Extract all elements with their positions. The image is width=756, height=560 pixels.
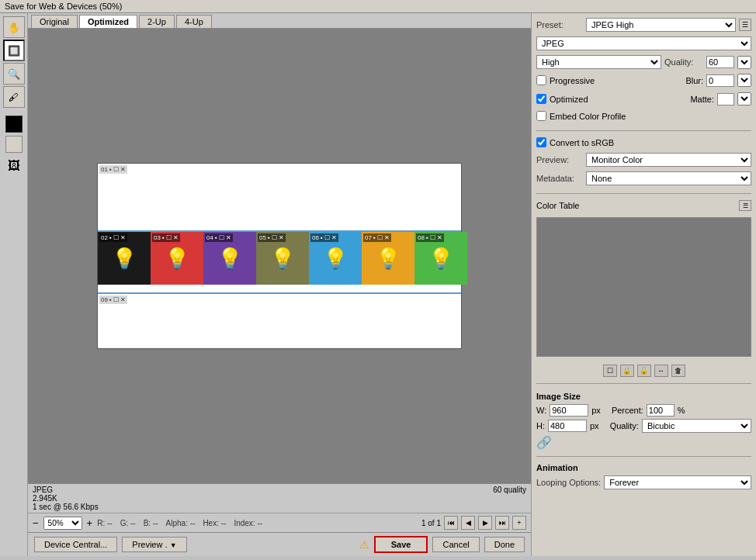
title-text: Save for Web & Devices (50%) [5, 2, 122, 11]
save-button[interactable]: Save [374, 536, 428, 553]
toggle-slices[interactable]: 🖼 [8, 159, 20, 173]
width-input[interactable] [550, 404, 588, 417]
bottom-cell-label: 09 ▪ ☐ ✕ [99, 296, 127, 304]
status-bar: JPEG 2.945K 1 sec @ 56.6 Kbps 60 quality [28, 483, 531, 513]
tab-original[interactable]: Original [31, 15, 78, 28]
preset-select[interactable]: JPEG High JPEG Low JPEG Medium [586, 18, 736, 32]
w-unit: px [591, 406, 601, 415]
ct-btn-3[interactable]: 🔓 [637, 365, 651, 377]
convert-srgb-label: Convert to sRGB [550, 138, 614, 147]
color-table-menu-btn[interactable]: ☰ [739, 200, 751, 211]
quality-num-arrow[interactable]: ▼ [737, 56, 751, 69]
w-label: W: [536, 406, 546, 415]
preset-row: Preset: JPEG High JPEG Low JPEG Medium ☰ [536, 18, 751, 32]
preview-label: Preview: [536, 155, 583, 164]
tab-optimized[interactable]: Optimized [79, 15, 137, 28]
title-bar: Save for Web & Devices (50%) [0, 0, 756, 13]
color-table-area [536, 217, 751, 357]
looping-label: Looping Options: [536, 478, 601, 487]
tool-move[interactable]: ✋ [3, 16, 25, 38]
progressive-label: Progressive [550, 76, 595, 85]
quality-type-select[interactable]: High Medium Low Maximum [536, 55, 661, 69]
progressive-checkbox[interactable] [536, 75, 546, 85]
preview-select[interactable]: Monitor Color Legacy Macintosh Internet … [586, 153, 751, 167]
status-info: JPEG 2.945K 1 sec @ 56.6 Kbps [33, 486, 99, 511]
image-row: 02 ▪ ☐ ✕ 💡 03 ▪ ☐ ✕ 💡 04 ▪ ☐ ✕ 💡 05 ▪ ☐ … [98, 232, 467, 285]
ct-btn-4[interactable]: ↔ [654, 365, 668, 377]
looping-row: Looping Options: Forever Once Other [536, 475, 751, 489]
progressive-row: Progressive [536, 75, 595, 85]
quality-select-is[interactable]: Bicubic Bilinear Nearest Neighbor [642, 419, 751, 433]
list-item: 02 ▪ ☐ ✕ 💡 [98, 232, 151, 285]
matte-arrow[interactable]: ▼ [737, 92, 751, 105]
background-color[interactable] [5, 136, 23, 153]
ct-btn-1[interactable]: ☐ [603, 365, 617, 377]
warning-icon: ⚠ [359, 538, 369, 551]
cancel-button[interactable]: Cancel [432, 537, 479, 552]
last-page-btn[interactable]: ⏭ [495, 516, 509, 530]
looping-select[interactable]: Forever Once Other [604, 475, 751, 489]
percent-input[interactable] [647, 404, 675, 417]
quality-type-row: High Medium Low Maximum Quality: ▼ [536, 55, 751, 69]
blur-input[interactable] [706, 74, 734, 87]
list-item: 04 ▪ ☐ ✕ 💡 [203, 232, 256, 285]
prev-page-btn[interactable]: ◀ [461, 516, 475, 530]
add-page-btn[interactable]: + [512, 516, 526, 530]
embed-color-checkbox[interactable] [536, 111, 546, 121]
optimized-checkbox[interactable] [536, 94, 546, 104]
ct-btn-2[interactable]: 🔒 [620, 365, 634, 377]
animation-section: Animation Looping Options: Forever Once … [536, 463, 751, 491]
divider-2 [536, 193, 751, 194]
g-label: G: -- [120, 519, 136, 527]
tab-2up[interactable]: 2-Up [139, 15, 175, 28]
quality-label-is: Quality: [610, 421, 639, 430]
quality-num-input[interactable] [706, 56, 734, 68]
matte-swatch[interactable] [717, 93, 734, 105]
bottom-section: 09 ▪ ☐ ✕ [98, 292, 461, 348]
tool-zoom[interactable]: 🔍 [3, 63, 25, 85]
format-row: JPEG PNG-8 PNG-24 GIF [536, 36, 751, 50]
tool-select[interactable]: 🔲 [3, 40, 25, 61]
list-item: 08 ▪ ☐ ✕ 💡 [414, 232, 467, 285]
h-label: H: [536, 421, 545, 430]
plus-zoom-btn[interactable]: + [87, 517, 93, 529]
preview-button[interactable]: Preview . ▼ [122, 537, 186, 552]
device-central-button[interactable]: Device Central... [34, 537, 117, 552]
divider-1 [536, 130, 751, 131]
index-label: Index: -- [234, 519, 262, 527]
first-page-btn[interactable]: ⏮ [444, 516, 458, 530]
height-row: H: px Quality: Bicubic Bilinear Nearest … [536, 419, 751, 433]
format-select[interactable]: JPEG PNG-8 PNG-24 GIF [536, 36, 751, 50]
quality-num-label: Quality: [664, 57, 703, 67]
color-table-icons: ☐ 🔒 🔓 ↔ 🗑 [536, 365, 751, 377]
blur-arrow[interactable]: ▼ [737, 74, 751, 87]
list-item: 06 ▪ ☐ ✕ 💡 [309, 232, 362, 285]
image-size-section: Image Size W: px Percent: % H: px Qualit… [536, 392, 751, 450]
divider-4 [536, 456, 751, 457]
embed-color-label: Embed Color Profile [550, 112, 626, 121]
optimized-label: Optimized [550, 95, 588, 104]
link-dimensions-icon[interactable]: 🔗 [536, 435, 552, 450]
preset-menu-btn[interactable]: ☰ [739, 19, 751, 31]
matte-label: Matte: [690, 95, 714, 104]
preview-dropdown-icon[interactable]: ▼ [170, 541, 177, 549]
foreground-color[interactable] [5, 116, 23, 133]
convert-srgb-row: Convert to sRGB [536, 137, 751, 147]
next-page-btn[interactable]: ▶ [478, 516, 492, 530]
r-label: R: -- [97, 519, 112, 527]
percent-label: Percent: [612, 406, 643, 415]
height-input[interactable] [548, 420, 587, 432]
top-section: 01 ▪ ☐ ✕ [98, 164, 461, 232]
tool-eyedropper[interactable]: 🖋 [3, 86, 25, 108]
divider-3 [536, 383, 751, 384]
ct-btn-5[interactable]: 🗑 [671, 365, 685, 377]
done-button[interactable]: Done [484, 537, 525, 552]
convert-srgb-checkbox[interactable] [536, 137, 546, 147]
metadata-select[interactable]: None Copyright All [586, 171, 751, 185]
zoom-select[interactable]: 50% 100% 200% [43, 517, 82, 530]
minus-zoom-btn[interactable]: − [33, 517, 39, 529]
canvas-area: 01 ▪ ☐ ✕ 02 ▪ ☐ ✕ 💡 03 ▪ ☐ ✕ 💡 04 ▪ ☐ ✕ … [28, 29, 531, 483]
metadata-label: Metadata: [536, 174, 583, 183]
tab-4up[interactable]: 4-Up [176, 15, 212, 28]
page-indicator: 1 of 1 ⏮ ◀ ▶ ⏭ + [421, 516, 526, 530]
